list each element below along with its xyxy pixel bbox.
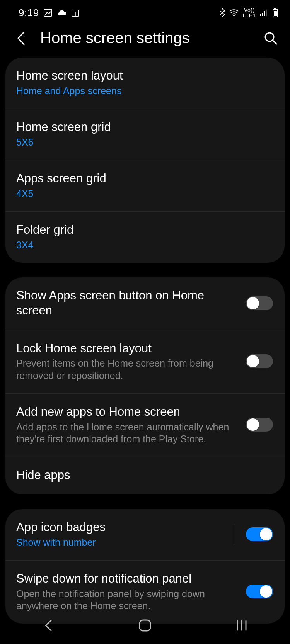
toggle-show-apps-button[interactable]: [246, 296, 273, 310]
row-folder-grid[interactable]: Folder grid 3X4: [5, 212, 285, 263]
vertical-divider: [235, 524, 235, 545]
chevron-left-icon: [16, 31, 26, 46]
status-left: 9:19: [19, 7, 79, 19]
status-time: 9:19: [19, 7, 39, 19]
home-square-icon: [138, 619, 152, 632]
settings-group-layout: Home screen layout Home and Apps screens…: [5, 58, 285, 263]
svg-rect-11: [274, 11, 277, 16]
battery-icon: [272, 8, 278, 17]
nav-recent-button[interactable]: [232, 615, 252, 636]
toggle-swipe-down-panel[interactable]: [246, 585, 273, 598]
row-title: Apps screen grid: [16, 171, 268, 186]
row-title: Home screen layout: [16, 68, 268, 83]
chevron-left-icon: [43, 619, 54, 632]
toggle-lock-layout[interactable]: [246, 354, 273, 368]
svg-point-4: [233, 15, 235, 16]
signal-icon: [260, 9, 268, 16]
row-title: Show Apps screen button on Home screen: [16, 288, 238, 318]
wifi-icon: [229, 9, 239, 17]
row-add-new-apps[interactable]: Add new apps to Home screen Add apps to …: [5, 394, 285, 457]
search-button[interactable]: [262, 30, 279, 47]
svg-point-12: [265, 33, 274, 41]
row-title: Swipe down for notification panel: [16, 571, 238, 586]
page-title: Home screen settings: [40, 29, 251, 47]
row-home-screen-layout[interactable]: Home screen layout Home and Apps screens: [5, 58, 285, 109]
row-title: Hide apps: [16, 468, 268, 483]
status-bar: 9:19 Vo))LTE1: [0, 0, 290, 22]
row-lock-layout[interactable]: Lock Home screen layout Prevent items on…: [5, 330, 285, 394]
row-apps-screen-grid[interactable]: Apps screen grid 4X5: [5, 160, 285, 212]
svg-rect-14: [140, 620, 150, 631]
calendar-icon: [72, 9, 79, 17]
title-bar: Home screen settings: [0, 22, 290, 58]
row-title: Folder grid: [16, 223, 268, 238]
cloud-icon: [57, 9, 67, 16]
row-description: Add apps to the Home screen automaticall…: [16, 421, 238, 445]
row-title: App icon badges: [16, 520, 228, 535]
toggle-add-new-apps[interactable]: [246, 418, 273, 432]
settings-group-behavior: Show Apps screen button on Home screen L…: [5, 277, 285, 494]
svg-rect-6: [262, 13, 263, 16]
row-show-apps-button[interactable]: Show Apps screen button on Home screen: [5, 277, 285, 330]
row-subtitle: 3X4: [16, 239, 268, 251]
row-subtitle: 5X6: [16, 136, 268, 148]
row-description: Prevent items on the Home screen from be…: [16, 357, 238, 382]
recent-lines-icon: [235, 620, 248, 631]
bluetooth-icon: [219, 8, 225, 17]
row-subtitle: Home and Apps screens: [16, 85, 268, 97]
svg-rect-8: [266, 10, 267, 16]
row-subtitle: Show with number: [16, 537, 228, 549]
row-home-screen-grid[interactable]: Home screen grid 5X6: [5, 109, 285, 160]
svg-rect-5: [260, 14, 261, 16]
row-title: Lock Home screen layout: [16, 341, 238, 356]
navigation-bar: [0, 607, 290, 644]
row-hide-apps[interactable]: Hide apps: [5, 457, 285, 494]
back-button[interactable]: [12, 30, 29, 47]
nav-back-button[interactable]: [38, 615, 58, 636]
search-icon: [264, 31, 278, 45]
svg-rect-10: [274, 8, 276, 9]
picture-icon: [44, 9, 52, 17]
settings-group-badges: App icon badges Show with number Swipe d…: [5, 509, 285, 624]
status-right: Vo))LTE1: [219, 7, 278, 18]
nav-home-button[interactable]: [135, 615, 155, 636]
row-app-icon-badges[interactable]: App icon badges Show with number: [5, 509, 285, 561]
row-title: Add new apps to Home screen: [16, 404, 238, 420]
row-title: Home screen grid: [16, 120, 268, 135]
svg-line-13: [273, 41, 276, 44]
svg-rect-7: [264, 11, 265, 16]
toggle-app-icon-badges[interactable]: [246, 527, 273, 541]
volte-label: Vo))LTE1: [243, 7, 256, 18]
row-subtitle: 4X5: [16, 188, 268, 200]
